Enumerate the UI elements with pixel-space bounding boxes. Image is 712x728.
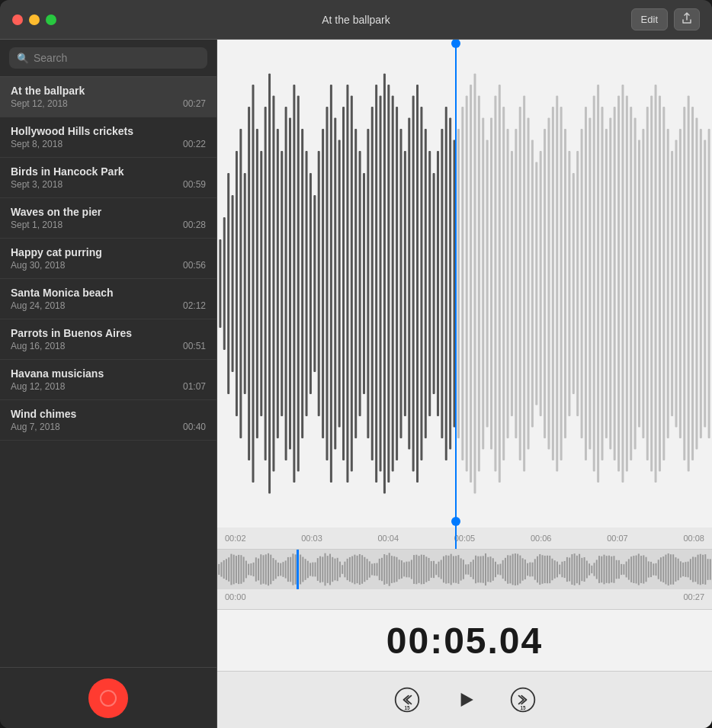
recording-duration: 00:22 [183, 139, 206, 149]
close-button[interactable] [12, 14, 23, 25]
mini-waveform-canvas [217, 550, 712, 589]
recording-name: Santa Monica beach [11, 287, 183, 299]
search-input[interactable] [34, 52, 200, 64]
sidebar-footer [0, 667, 216, 728]
record-button-inner [100, 690, 117, 707]
time-marker: 00:03 [301, 534, 322, 543]
waveform-main[interactable]: 00:0200:0300:0400:0500:0600:0700:08 [217, 40, 712, 549]
recording-date: Sept 3, 2018 [11, 179, 183, 190]
recording-date: Sept 8, 2018 [11, 139, 183, 149]
recording-item[interactable]: Birds in Hancock Park Sept 3, 2018 00:59 [0, 158, 216, 198]
recording-duration: 00:27 [183, 98, 206, 109]
current-time-display: 00:05.04 [217, 610, 712, 671]
recording-item[interactable]: Parrots in Buenos Aires Aug 16, 2018 00:… [0, 319, 216, 360]
recording-date: Sept 1, 2018 [11, 220, 183, 230]
recording-duration: 01:07 [183, 381, 206, 392]
recording-duration: 00:56 [183, 260, 206, 271]
edit-button[interactable]: Edit [631, 8, 668, 30]
titlebar-actions: Edit [631, 8, 700, 30]
recording-name: At the ballpark [11, 85, 183, 97]
recording-name: Parrots in Buenos Aires [11, 327, 183, 339]
time-marker: 00:04 [377, 534, 399, 543]
time-marker: 00:02 [225, 534, 246, 543]
mini-time-marker: 00:27 [683, 592, 704, 601]
recording-date: Aug 30, 2018 [11, 260, 183, 271]
recording-item[interactable]: Hollywood Hills crickets Sept 8, 2018 00… [0, 117, 216, 158]
main-content: 🔍 At the ballpark Sept 12, 2018 00:27 Ho… [0, 40, 712, 728]
recording-item[interactable]: Wind chimes Aug 7, 2018 00:40 [0, 400, 216, 441]
window-title: At the ballpark [322, 14, 390, 26]
main-panel: 00:0200:0300:0400:0500:0600:0700:08 00:0… [217, 40, 712, 728]
play-button[interactable] [451, 686, 479, 714]
svg-text:15: 15 [520, 705, 526, 710]
recording-item[interactable]: At the ballpark Sept 12, 2018 00:27 [0, 77, 216, 117]
recording-name: Wind chimes [11, 408, 183, 420]
titlebar: At the ballpark Edit [0, 0, 712, 40]
playback-controls: 15 15 [217, 671, 712, 728]
recording-date: Aug 16, 2018 [11, 341, 183, 351]
mini-time-ruler: 00:0000:27 [217, 589, 712, 605]
current-time: 00:05.04 [386, 620, 544, 662]
waveform-canvas [217, 40, 712, 528]
recordings-list: At the ballpark Sept 12, 2018 00:27 Holl… [0, 77, 216, 667]
recording-duration: 00:28 [183, 220, 206, 230]
playhead[interactable] [455, 40, 457, 549]
svg-marker-2 [460, 693, 473, 707]
svg-text:15: 15 [404, 705, 410, 710]
share-button[interactable] [674, 8, 700, 30]
rewind-button[interactable]: 15 [393, 686, 421, 714]
recording-duration: 00:59 [183, 179, 206, 190]
mini-playhead[interactable] [297, 550, 299, 589]
time-marker: 00:05 [454, 534, 476, 543]
sidebar: 🔍 At the ballpark Sept 12, 2018 00:27 Ho… [0, 40, 217, 728]
mini-time-marker: 00:00 [225, 592, 246, 601]
app-window: At the ballpark Edit 🔍 At the ballpark S… [0, 0, 712, 728]
time-markers: 00:0200:0300:0400:0500:0600:0700:08 [225, 534, 704, 543]
minimize-button[interactable] [29, 14, 40, 25]
playhead-bottom-handle[interactable] [451, 517, 460, 526]
mini-waveform-container[interactable]: 00:0000:27 [217, 549, 712, 610]
time-marker: 00:06 [531, 534, 552, 543]
forward-button[interactable]: 15 [509, 686, 537, 714]
recording-item[interactable]: Happy cat purring Aug 30, 2018 00:56 [0, 239, 216, 279]
recording-name: Happy cat purring [11, 246, 183, 258]
recording-item[interactable]: Santa Monica beach Aug 24, 2018 02:12 [0, 279, 216, 319]
mini-waveform[interactable] [217, 550, 712, 589]
recording-duration: 00:51 [183, 341, 206, 351]
recording-date: Aug 24, 2018 [11, 300, 183, 311]
recording-duration: 00:40 [183, 422, 206, 432]
search-box: 🔍 [9, 47, 207, 69]
recording-date: Aug 7, 2018 [11, 422, 183, 432]
recording-item[interactable]: Waves on the pier Sept 1, 2018 00:28 [0, 198, 216, 239]
recording-item[interactable]: Havana musicians Aug 12, 2018 01:07 [0, 360, 216, 400]
recording-name: Waves on the pier [11, 206, 183, 218]
recording-duration: 02:12 [183, 300, 206, 311]
record-button[interactable] [88, 678, 128, 718]
search-container: 🔍 [0, 40, 216, 77]
recording-name: Hollywood Hills crickets [11, 125, 183, 137]
search-icon: 🔍 [17, 53, 29, 64]
time-marker: 00:07 [607, 534, 628, 543]
recording-date: Aug 12, 2018 [11, 381, 183, 392]
recording-date: Sept 12, 2018 [11, 98, 183, 109]
recording-name: Havana musicians [11, 367, 183, 380]
traffic-lights [12, 14, 56, 25]
recording-name: Birds in Hancock Park [11, 165, 183, 178]
time-ruler: 00:0200:0300:0400:0500:0600:0700:08 [217, 528, 712, 549]
maximize-button[interactable] [46, 14, 56, 25]
time-marker: 00:08 [683, 534, 704, 543]
